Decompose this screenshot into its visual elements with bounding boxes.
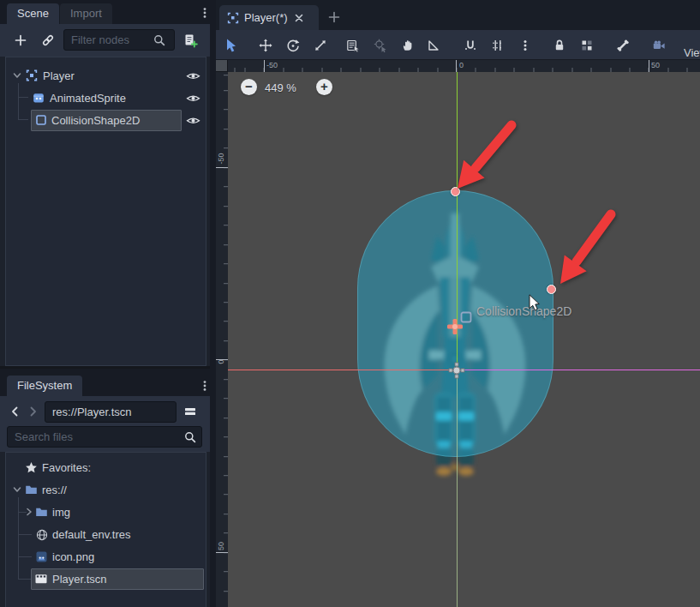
scene-node-animatedsprite[interactable]: AnimatedSprite	[50, 92, 126, 105]
tree-connector	[18, 119, 28, 120]
lock-button[interactable]	[549, 35, 570, 56]
ruler-tick-label: 50	[651, 61, 660, 69]
scene-tree: Player AnimatedSprite Collision	[5, 57, 206, 366]
scene-node-player[interactable]: Player	[43, 69, 75, 82]
ruler-tick-label: -50	[266, 61, 278, 69]
ruler-tick-label: 0	[459, 61, 464, 69]
filesystem-tabbar: FileSystem	[0, 369, 210, 396]
folder-icon	[35, 506, 48, 518]
move-tool-button[interactable]	[255, 35, 276, 56]
fs-item-img[interactable]: img	[52, 506, 70, 519]
scene-tab-label: Player(*)	[244, 11, 288, 24]
origin-gizmo	[446, 360, 467, 381]
tab-scene[interactable]: Scene	[7, 3, 59, 24]
tree-connector	[18, 497, 19, 579]
split-mode-icon[interactable]	[180, 401, 200, 422]
snap-options-menu-icon[interactable]	[515, 35, 535, 56]
tab-filesystem-label: FileSystem	[17, 379, 72, 392]
tree-connector	[18, 97, 28, 98]
fs-item-player-tscn[interactable]: Player.tscn	[52, 573, 107, 586]
left-dock: Scene Import	[0, 0, 210, 607]
collision-shape-badge-icon	[460, 311, 472, 323]
ruler-tick-label: -50	[217, 147, 225, 170]
scene-toolbar	[0, 24, 210, 57]
search-icon	[183, 430, 197, 444]
scene-panel-tabbar: Scene Import	[0, 0, 210, 24]
scene-tab-icon	[226, 11, 239, 24]
collision-shape-icon	[34, 113, 48, 127]
view-menu[interactable]: View	[684, 46, 700, 59]
smart-snap-button[interactable]	[460, 35, 481, 56]
x-axis-line	[228, 370, 457, 371]
bone-button[interactable]	[613, 35, 633, 56]
select-tool-button[interactable]	[221, 35, 242, 56]
fs-item-favorites[interactable]: Favorites:	[42, 461, 91, 474]
pan-tool-button[interactable]	[398, 35, 418, 56]
canvas-toolbar: View	[216, 30, 700, 60]
new-tab-plus-icon[interactable]	[324, 7, 344, 27]
filesystem-tree: Favorites: res:// img d	[5, 452, 206, 607]
attach-script-icon[interactable]	[180, 30, 200, 51]
capsule-top-handle[interactable]	[451, 187, 460, 196]
y-axis-line-lower	[457, 370, 458, 607]
zoom-in-button[interactable]: +	[316, 79, 332, 95]
fs-item-res[interactable]: res://	[42, 484, 67, 496]
ruler-tick-label: 0	[217, 351, 225, 373]
collapse-caret-icon[interactable]	[11, 69, 23, 81]
grid-snap-button[interactable]	[488, 35, 508, 56]
scene-file-icon	[34, 573, 48, 585]
visibility-eye-icon[interactable]	[186, 116, 200, 126]
position-select-tool-button[interactable]	[370, 35, 391, 56]
tree-connector	[18, 83, 19, 120]
folder-icon	[25, 484, 38, 496]
visibility-eye-icon[interactable]	[186, 71, 200, 81]
fs-item-default-env[interactable]: default_env.tres	[52, 528, 131, 541]
ruler-corner[interactable]	[216, 60, 228, 72]
capsule-right-handle[interactable]	[547, 285, 556, 294]
instance-scene-link-icon[interactable]	[38, 30, 58, 51]
scale-tool-button[interactable]	[310, 35, 331, 56]
close-icon[interactable]	[293, 12, 305, 24]
add-node-button[interactable]	[10, 30, 31, 51]
viewport-2d[interactable]: CollisionShape2D − 449 % +	[228, 72, 700, 607]
tab-filesystem[interactable]: FileSystem	[7, 376, 82, 396]
filter-search-icon	[153, 33, 166, 47]
list-select-tool-button[interactable]	[343, 35, 363, 56]
ruler-top: -50 0 50	[228, 60, 700, 72]
globe-icon	[35, 528, 49, 542]
node2d-icon	[25, 69, 39, 82]
zoom-level-label[interactable]: 449 %	[265, 81, 296, 94]
viewport-rect-line	[457, 370, 700, 371]
zoom-out-button[interactable]: −	[241, 79, 257, 95]
visibility-eye-icon[interactable]	[186, 93, 200, 104]
tree-connector	[18, 534, 32, 535]
ruler-tool-button[interactable]	[423, 35, 444, 56]
camera-override-button[interactable]	[649, 35, 669, 56]
group-button[interactable]	[577, 35, 597, 56]
animated-sprite-icon	[32, 91, 45, 105]
ruler-tick-label: 50	[217, 535, 225, 557]
ruler-left: -50 0 50	[216, 72, 228, 607]
selected-node-label: CollisionShape2D	[476, 304, 571, 318]
search-files-input[interactable]	[7, 426, 202, 448]
godot-editor: Scene Import	[0, 0, 700, 607]
path-breadcrumb-input[interactable]	[45, 401, 176, 423]
tab-import[interactable]: Import	[60, 3, 112, 24]
fs-item-icon-png[interactable]: icon.png	[52, 550, 94, 563]
scene-node-collisionshape2d[interactable]: CollisionShape2D	[51, 114, 140, 127]
tree-connector	[18, 579, 32, 580]
rotate-tool-button[interactable]	[283, 35, 303, 56]
collapse-caret-icon[interactable]	[11, 484, 23, 496]
editor-area: Player(*)	[216, 0, 700, 607]
expand-caret-icon[interactable]	[23, 506, 35, 518]
scene-tab-player[interactable]: Player(*)	[219, 5, 319, 30]
tab-import-label: Import	[70, 7, 102, 20]
tree-connector	[18, 556, 32, 557]
main-splitter[interactable]	[210, 0, 216, 607]
tab-scene-label: Scene	[17, 7, 49, 20]
filesystem-toolbar	[0, 396, 210, 452]
star-icon	[25, 461, 38, 474]
scene-tabbar: Player(*)	[216, 0, 700, 30]
image-icon	[35, 550, 48, 563]
nav-forward-icon[interactable]	[22, 401, 43, 422]
